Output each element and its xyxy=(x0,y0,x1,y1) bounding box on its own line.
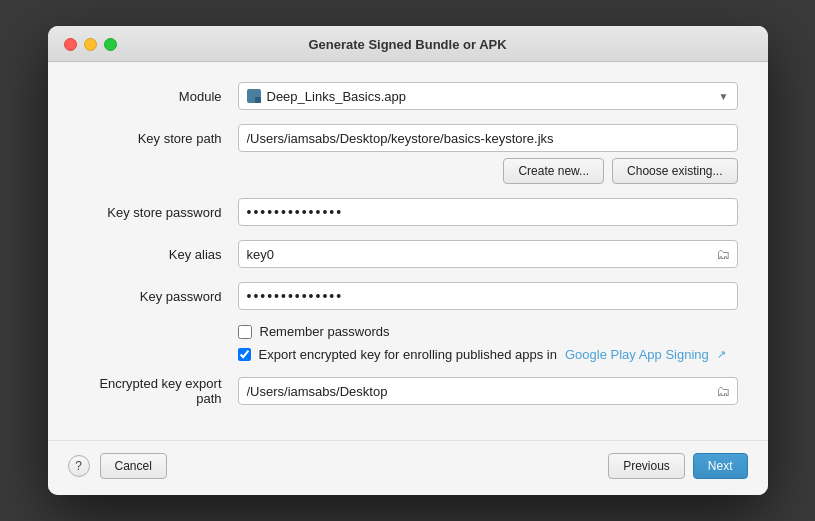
dialog-body: Module Deep_Links_Basics.app ▼ Key store… xyxy=(48,62,768,440)
key-alias-folder-icon[interactable]: 🗂 xyxy=(716,246,730,262)
title-bar: Generate Signed Bundle or APK xyxy=(48,26,768,62)
keystore-password-row: Key store password xyxy=(78,198,738,226)
main-dialog: Generate Signed Bundle or APK Module Dee… xyxy=(48,26,768,495)
keystore-path-row: Key store path xyxy=(78,124,738,152)
previous-button[interactable]: Previous xyxy=(608,453,685,479)
key-alias-row: Key alias 🗂 xyxy=(78,240,738,268)
keystore-path-label: Key store path xyxy=(78,131,238,146)
module-select[interactable]: Deep_Links_Basics.app ▼ xyxy=(238,82,738,110)
key-alias-wrap: 🗂 xyxy=(238,240,738,268)
choose-existing-button[interactable]: Choose existing... xyxy=(612,158,737,184)
keystore-button-row: Create new... Choose existing... xyxy=(78,158,738,184)
dialog-title: Generate Signed Bundle or APK xyxy=(308,37,506,52)
encrypted-path-control: 🗂 xyxy=(238,377,738,405)
footer-right: Previous Next xyxy=(608,453,747,479)
module-value: Deep_Links_Basics.app xyxy=(267,89,406,104)
export-encrypted-prefix: Export encrypted key for enrolling publi… xyxy=(259,347,557,362)
keystore-path-control xyxy=(238,124,738,152)
remember-passwords-row: Remember passwords xyxy=(78,324,738,339)
help-button[interactable]: ? xyxy=(68,455,90,477)
module-label: Module xyxy=(78,89,238,104)
close-button[interactable] xyxy=(64,38,77,51)
module-control: Deep_Links_Basics.app ▼ xyxy=(238,82,738,110)
footer-left: ? Cancel xyxy=(68,453,167,479)
key-alias-control: 🗂 xyxy=(238,240,738,268)
export-encrypted-checkbox[interactable] xyxy=(238,348,251,361)
encrypted-path-folder-icon[interactable]: 🗂 xyxy=(716,383,730,399)
encrypted-path-wrap: 🗂 xyxy=(238,377,738,405)
key-password-control xyxy=(238,282,738,310)
keystore-password-input[interactable] xyxy=(238,198,738,226)
google-play-signing-link[interactable]: Google Play App Signing xyxy=(565,347,709,362)
module-row: Module Deep_Links_Basics.app ▼ xyxy=(78,82,738,110)
remember-passwords-checkbox[interactable] xyxy=(238,325,252,339)
key-password-input[interactable] xyxy=(238,282,738,310)
export-link-arrow: ↗ xyxy=(717,348,726,361)
keystore-path-input[interactable] xyxy=(238,124,738,152)
module-icon xyxy=(247,89,261,103)
dialog-footer: ? Cancel Previous Next xyxy=(48,440,768,495)
next-button[interactable]: Next xyxy=(693,453,748,479)
key-alias-label: Key alias xyxy=(78,247,238,262)
create-new-button[interactable]: Create new... xyxy=(503,158,604,184)
module-dropdown-arrow: ▼ xyxy=(719,91,729,102)
key-alias-input[interactable] xyxy=(238,240,738,268)
key-password-row: Key password xyxy=(78,282,738,310)
remember-passwords-label: Remember passwords xyxy=(260,324,390,339)
encrypted-path-row: Encrypted key export path 🗂 xyxy=(78,376,738,406)
keystore-password-label: Key store password xyxy=(78,205,238,220)
encrypted-path-input[interactable] xyxy=(238,377,738,405)
cancel-button[interactable]: Cancel xyxy=(100,453,167,479)
keystore-password-control xyxy=(238,198,738,226)
encrypted-path-label: Encrypted key export path xyxy=(78,376,238,406)
minimize-button[interactable] xyxy=(84,38,97,51)
maximize-button[interactable] xyxy=(104,38,117,51)
key-password-label: Key password xyxy=(78,289,238,304)
traffic-lights xyxy=(64,38,117,51)
export-encrypted-row: Export encrypted key for enrolling publi… xyxy=(78,347,738,362)
